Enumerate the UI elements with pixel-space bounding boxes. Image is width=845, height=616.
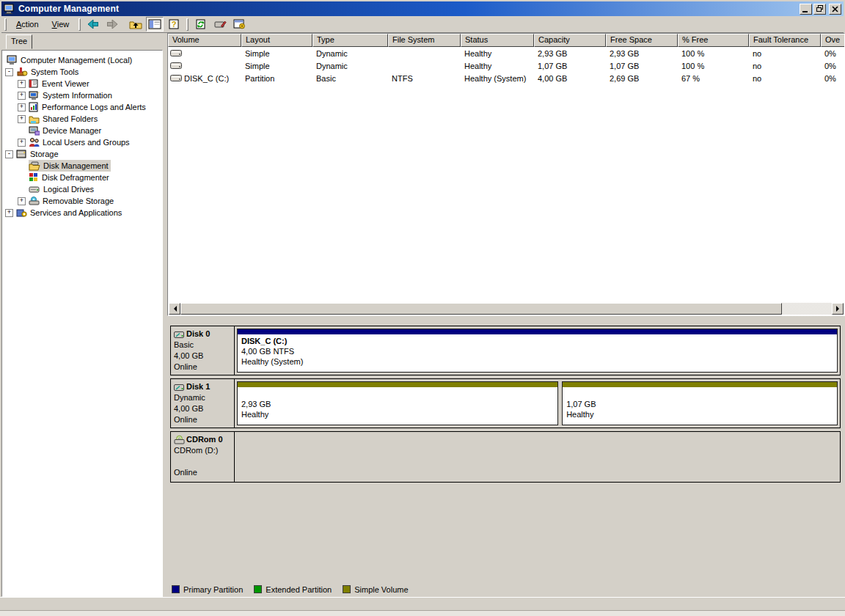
tree-item-label: Services and Applications	[30, 208, 122, 217]
toolbar-grip[interactable]	[186, 18, 189, 31]
disk-0-row: Disk 0 Basic 4,00 GB Online DISK_C (C:) …	[170, 326, 841, 375]
close-button[interactable]	[829, 4, 841, 15]
tree-item-label: Disk Defragmenter	[42, 173, 109, 182]
cdrom-icon	[174, 435, 186, 444]
volume-row[interactable]: Simple Dynamic Healthy 2,93 GB 2,93 GB 1…	[168, 47, 844, 59]
properties-window-icon[interactable]	[230, 17, 248, 32]
forward-icon[interactable]	[103, 17, 121, 32]
cdrom-0-row: CDRom 0 CDRom (D:) Online	[170, 431, 841, 483]
up-one-level-icon[interactable]	[127, 17, 145, 32]
tree-item-label: System Tools	[31, 67, 78, 76]
disk-defragmenter-icon	[29, 172, 39, 183]
view-splitter[interactable]	[167, 316, 845, 323]
local-users-icon	[29, 137, 40, 147]
tree-item-system-information[interactable]: + System Information	[2, 89, 162, 101]
desktop-strip	[0, 610, 845, 616]
column-header-layout[interactable]: Layout	[241, 34, 312, 47]
tree-item-label: Storage	[30, 150, 59, 158]
volume-icon	[170, 62, 183, 70]
computer-icon	[7, 55, 18, 65]
scrollbar-track[interactable]	[782, 303, 832, 315]
help-icon[interactable]: ?	[165, 17, 183, 32]
expand-icon[interactable]: +	[18, 115, 26, 123]
tree-item-shared-folders[interactable]: + Shared Folders	[2, 113, 162, 125]
tree-item-disk-management[interactable]: Disk Management	[2, 160, 162, 172]
tree-item-performance-logs[interactable]: + Performance Logs and Alerts	[2, 101, 162, 113]
tree-item-label: Computer Management (Local)	[21, 56, 132, 65]
hard-disk-icon	[174, 383, 186, 392]
tree-item-services-applications[interactable]: + Services and Applications	[2, 207, 162, 219]
tree-item-label: Shared Folders	[43, 114, 98, 123]
tree-item-disk-defragmenter[interactable]: Disk Defragmenter	[2, 172, 162, 183]
tree-item-local-users-groups[interactable]: + Local Users and Groups	[2, 136, 162, 148]
tree-tab[interactable]: Tree	[6, 34, 32, 49]
tree-item-removable-storage[interactable]: + Removable Storage	[2, 195, 162, 207]
system-information-icon	[29, 90, 40, 100]
partition-color-bar	[238, 329, 837, 335]
scroll-right-icon[interactable]	[832, 303, 844, 315]
tree-item-system-tools[interactable]: - System Tools	[2, 66, 162, 78]
horizontal-scrollbar[interactable]	[169, 303, 844, 315]
disk-1-header[interactable]: Disk 1 Dynamic 4,00 GB Online	[171, 379, 235, 428]
volume-row[interactable]: DISK_C (C:) Partition Basic NTFS Healthy…	[168, 72, 844, 84]
tree-item-logical-drives[interactable]: Logical Drives	[2, 183, 162, 195]
collapse-icon[interactable]: -	[5, 150, 13, 158]
column-header-overhead[interactable]: Ove	[821, 34, 845, 47]
menu-view[interactable]: View	[45, 18, 76, 32]
column-header-free-space[interactable]: Free Space	[606, 34, 678, 47]
tree-item-event-viewer[interactable]: + Event Viewer	[2, 78, 162, 89]
removable-storage-icon	[29, 196, 40, 206]
column-header-pct-free[interactable]: % Free	[678, 34, 749, 47]
toolbar-grip[interactable]	[78, 18, 81, 31]
restore-button[interactable]	[813, 4, 826, 15]
scrollbar-thumb[interactable]	[180, 303, 782, 315]
scroll-left-icon[interactable]	[169, 303, 180, 315]
minimize-button[interactable]	[800, 4, 812, 15]
partition-legend: Primary Partition Extended Partition Sim…	[172, 583, 409, 595]
volume-row[interactable]: Simple Dynamic Healthy 1,07 GB 1,07 GB 1…	[168, 59, 844, 72]
menu-action[interactable]: Action	[10, 18, 45, 32]
volume-box-simple-1[interactable]: 2,93 GB Healthy	[237, 381, 558, 425]
toolbar-grip[interactable]	[4, 18, 7, 31]
column-header-fault-tolerance[interactable]: Fault Tolerance	[749, 34, 821, 47]
expand-icon[interactable]: +	[5, 209, 13, 217]
legend-extended-partition: Extended Partition	[254, 585, 332, 594]
console-tree-pane: Tree Computer Management (Local) - Syste…	[1, 33, 163, 597]
tree-item-label: Local Users and Groups	[43, 138, 130, 147]
expand-icon[interactable]: +	[18, 197, 26, 205]
disk-management-icon	[29, 161, 40, 171]
back-icon[interactable]	[84, 17, 102, 32]
expand-icon[interactable]: +	[18, 103, 26, 111]
volume-list-header: Volume Layout Type File System Status Ca…	[168, 34, 844, 47]
column-header-volume[interactable]: Volume	[168, 34, 241, 47]
disk-0-header[interactable]: Disk 0 Basic 4,00 GB Online	[171, 326, 235, 375]
tree-item-label: Device Manager	[43, 126, 101, 135]
device-manager-icon	[29, 125, 40, 136]
column-header-file-system[interactable]: File System	[388, 34, 461, 47]
tree-item-label: Disk Management	[43, 161, 109, 170]
cdrom-0-header[interactable]: CDRom 0 CDRom (D:) Online	[171, 432, 235, 482]
show-hide-console-tree-icon[interactable]	[146, 17, 164, 32]
volume-box-simple-2[interactable]: 1,07 GB Healthy	[562, 381, 838, 425]
tree-item-device-manager[interactable]: Device Manager	[2, 125, 162, 136]
tree-item-storage[interactable]: - Storage	[2, 148, 162, 160]
volume-box-disk-c[interactable]: DISK_C (C:) 4,00 GB NTFS Healthy (System…	[237, 329, 838, 373]
column-header-capacity[interactable]: Capacity	[534, 34, 606, 47]
tree-item-label: Logical Drives	[43, 185, 94, 194]
volume-color-bar	[238, 382, 557, 388]
svg-text:?: ?	[172, 20, 177, 29]
rescan-disks-icon[interactable]	[211, 17, 229, 32]
logical-drives-icon	[29, 185, 40, 194]
window-title: Computer Management	[18, 4, 119, 14]
tree-item-computer-management[interactable]: Computer Management (Local)	[2, 54, 162, 66]
disk-1-row: Disk 1 Dynamic 4,00 GB Online 2,93 GB He…	[170, 378, 841, 428]
expand-icon[interactable]: +	[18, 92, 26, 100]
expand-icon[interactable]: +	[18, 139, 26, 147]
collapse-icon[interactable]: -	[5, 68, 13, 76]
column-header-status[interactable]: Status	[461, 34, 534, 47]
title-bar: Computer Management	[1, 1, 844, 16]
column-header-type[interactable]: Type	[312, 34, 388, 47]
refresh-icon[interactable]	[192, 17, 210, 32]
services-applications-icon	[16, 208, 27, 218]
expand-icon[interactable]: +	[18, 80, 26, 88]
